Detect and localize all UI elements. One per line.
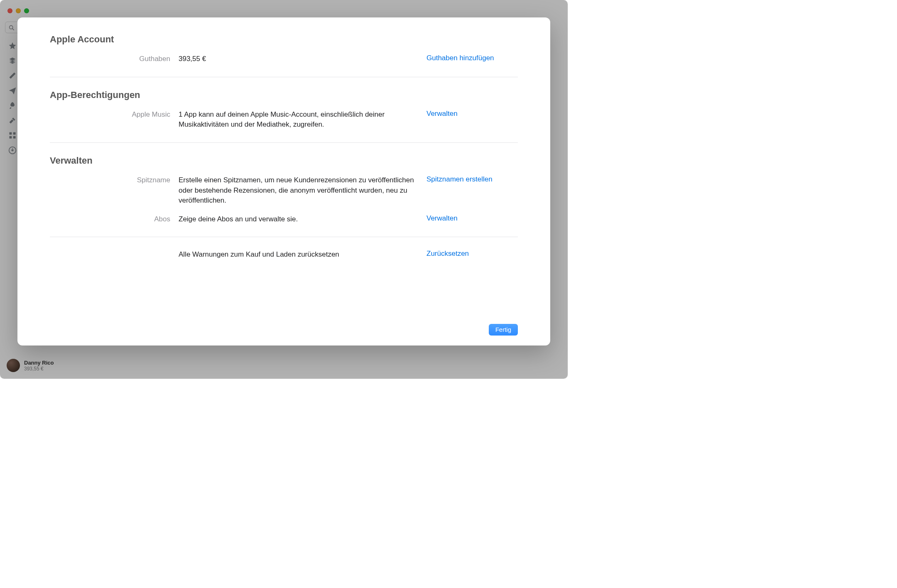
row-value: Alle Warnungen zum Kauf und Laden zurück… [179, 250, 426, 260]
create-nickname-button[interactable]: Spitznamen erstellen [426, 175, 493, 184]
row-reset-warnings: Alle Warnungen zum Kauf und Laden zurück… [50, 250, 518, 260]
section-reset: Alle Warnungen zum Kauf und Laden zurück… [50, 250, 518, 272]
row-nickname: Spitzname Erstelle einen Spitznamen, um … [50, 175, 518, 206]
section-apple-account: Apple Account Guthaben 393,55 € Guthaben… [50, 34, 518, 77]
sheet-footer: Fertig [50, 316, 518, 336]
row-label: Abos [50, 214, 179, 225]
reset-warnings-button[interactable]: Zurücksetzen [426, 250, 469, 258]
done-button[interactable]: Fertig [489, 324, 518, 336]
row-subscriptions: Abos Zeige deine Abos an und verwalte si… [50, 214, 518, 225]
manage-subscriptions-button[interactable]: Verwalten [426, 214, 458, 223]
manage-apple-music-button[interactable]: Verwalten [426, 110, 458, 118]
add-funds-button[interactable]: Guthaben hinzufügen [426, 54, 494, 62]
row-value: Erstelle einen Spitznamen, um neue Kunde… [179, 175, 426, 206]
row-label: Guthaben [50, 54, 179, 64]
account-sheet: Apple Account Guthaben 393,55 € Guthaben… [17, 17, 550, 345]
row-label [50, 250, 179, 260]
row-value: 393,55 € [179, 54, 426, 64]
section-app-permissions: App-Berechtigungen Apple Music 1 App kan… [50, 90, 518, 143]
row-label: Apple Music [50, 110, 179, 130]
row-label: Spitzname [50, 175, 179, 206]
section-heading: App-Berechtigungen [50, 90, 518, 100]
row-value: 1 App kann auf deinen Apple Music-Accoun… [179, 110, 426, 130]
section-manage: Verwalten Spitzname Erstelle einen Spitz… [50, 155, 518, 238]
row-value: Zeige deine Abos an und verwalte sie. [179, 214, 426, 225]
section-heading: Apple Account [50, 34, 518, 45]
app-window: Danny Rico 393,55 € Apple Account Guthab… [0, 0, 568, 379]
row-apple-music: Apple Music 1 App kann auf deinen Apple … [50, 110, 518, 130]
row-balance: Guthaben 393,55 € Guthaben hinzufügen [50, 54, 518, 64]
section-heading: Verwalten [50, 155, 518, 166]
